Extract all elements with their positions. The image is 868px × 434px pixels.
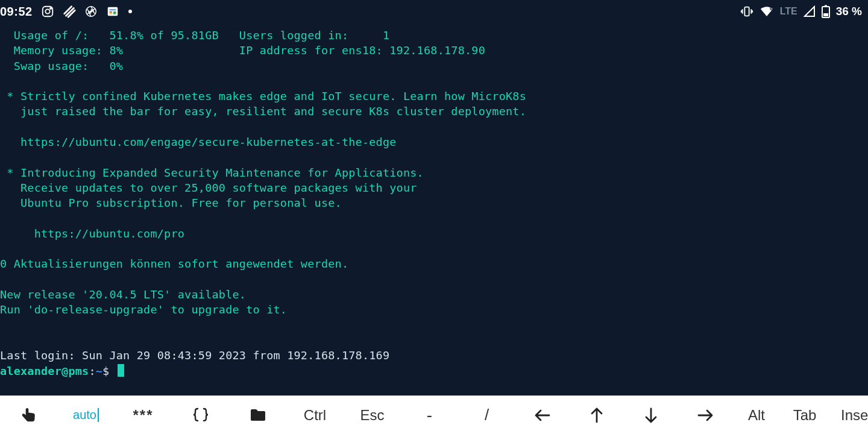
svg-rect-5 bbox=[109, 9, 116, 10]
svg-rect-4 bbox=[107, 7, 118, 16]
svg-point-2 bbox=[50, 8, 51, 9]
svg-point-1 bbox=[45, 9, 49, 13]
android-status-bar: 09:52 6 LTE 36 % bbox=[0, 0, 868, 23]
notification-dot-icon bbox=[128, 9, 133, 14]
terminal-output[interactable]: Usage of /: 51.8% of 95.81GB Users logge… bbox=[0, 23, 868, 395]
password-stars-button[interactable]: *** bbox=[115, 396, 172, 434]
cell-signal-icon bbox=[804, 5, 816, 17]
esc-key[interactable]: Esc bbox=[344, 396, 401, 434]
svg-rect-8 bbox=[113, 11, 116, 14]
clock: 09:52 bbox=[0, 5, 33, 19]
braces-button[interactable] bbox=[172, 396, 229, 434]
touch-mode-button[interactable] bbox=[0, 396, 57, 434]
arrow-left-key[interactable] bbox=[515, 396, 570, 434]
instagram-icon bbox=[41, 5, 54, 18]
battery-icon bbox=[822, 5, 830, 18]
arrow-up-key[interactable] bbox=[570, 396, 624, 434]
extra-keys-row: auto *** Ctrl Esc - / Alt Tab Insert bbox=[0, 395, 868, 434]
svg-point-3 bbox=[86, 7, 96, 17]
autocomplete-button[interactable]: auto bbox=[57, 396, 115, 434]
aperture-icon bbox=[84, 5, 98, 18]
statusbar-right: 6 LTE 36 % bbox=[740, 5, 862, 18]
last-login-line: Last login: Sun Jan 29 08:43:59 2023 fro… bbox=[0, 349, 389, 362]
svg-text:6: 6 bbox=[770, 6, 773, 11]
slash-key[interactable]: / bbox=[458, 396, 515, 434]
arrow-down-key[interactable] bbox=[624, 396, 678, 434]
alt-key[interactable]: Alt bbox=[732, 396, 781, 434]
svg-rect-13 bbox=[825, 5, 827, 7]
svg-rect-7 bbox=[109, 13, 112, 14]
arrow-right-key[interactable] bbox=[678, 396, 732, 434]
tab-key[interactable]: Tab bbox=[781, 396, 829, 434]
dash-key[interactable]: - bbox=[401, 396, 458, 434]
cursor bbox=[118, 364, 124, 377]
ctrl-key[interactable]: Ctrl bbox=[286, 396, 344, 434]
folder-button[interactable] bbox=[229, 396, 286, 434]
prompt-path: ~ bbox=[96, 365, 102, 377]
svg-point-9 bbox=[128, 10, 132, 13]
stripes-icon bbox=[63, 5, 76, 18]
svg-rect-10 bbox=[744, 7, 749, 16]
insert-key[interactable]: Insert bbox=[829, 396, 868, 434]
svg-rect-6 bbox=[109, 11, 112, 13]
vibrate-icon bbox=[740, 5, 753, 18]
network-type-label: LTE bbox=[780, 6, 797, 17]
statusbar-left: 09:52 bbox=[0, 5, 133, 19]
svg-rect-14 bbox=[823, 13, 828, 16]
battery-percent: 36 % bbox=[836, 5, 862, 18]
google-news-icon bbox=[106, 5, 119, 18]
wifi-icon: 6 bbox=[760, 5, 774, 17]
prompt-dollar: $ bbox=[102, 365, 109, 377]
prompt-user-host: alexander@pms bbox=[0, 365, 89, 377]
